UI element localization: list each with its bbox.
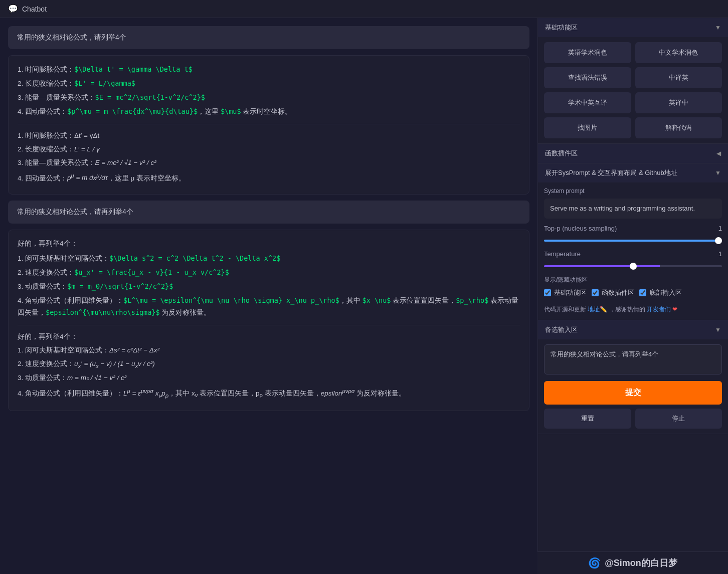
latex-r2-4: $L^\mu = \epsilon^{\mu \nu \rho \sigma} … xyxy=(123,296,339,304)
show-hide-label: 显示/隐藏功能区 xyxy=(544,276,722,284)
ai-r2-l1: 1. 闵可夫斯基时空间隔公式：$\Delta s^2 = c^2 \Delta … xyxy=(18,253,520,265)
submit-button[interactable]: 提交 xyxy=(544,381,722,405)
basic-btn-grid: 英语学术润色 中文学术润色 查找语法错误 中译英 学术中英互译 英译中 找图片 … xyxy=(544,42,722,138)
checkbox-group: 基础功能区 函数插件区 底部输入区 xyxy=(544,288,722,297)
link-area: 代码开源和更新 地址✏️ ，感谢热情的 开发者们 ❤ xyxy=(544,301,722,315)
btn-en-academic[interactable]: 英语学术润色 xyxy=(544,42,631,63)
rendered-4: 4. 四动量公式：pμ = m dxμ/dτ，这里 μ 表示时空坐标。 xyxy=(18,171,520,184)
checkbox-plugin-input[interactable] xyxy=(592,289,599,296)
ai-r1-l3: 3. 能量—质量关系公式：$E = mc^2/\sqrt{1-v^2/c^2}$ xyxy=(18,92,520,104)
btn-explain-code[interactable]: 解释代码 xyxy=(635,117,722,138)
plugin-section-title: 函数插件区 xyxy=(545,149,578,158)
btn-en-to-zh[interactable]: 英译中 xyxy=(635,92,722,113)
plugin-section: 函数插件区 ◀ xyxy=(538,144,728,163)
checkbox-plugin-label: 函数插件区 xyxy=(602,288,634,297)
sysprompt-section-title: 展开SysPrompt & 交互界面布局 & Github地址 xyxy=(545,168,677,177)
btn-zh-to-en[interactable]: 中译英 xyxy=(635,67,722,88)
ai-r2-intro: 好的，再列举4个： xyxy=(18,238,520,250)
checkbox-basic[interactable]: 基础功能区 xyxy=(544,288,587,297)
ai-r1-l1: 1. 时间膨胀公式：$\Delta t' = \gamma \Delta t$ xyxy=(18,64,520,76)
basic-section: 基础功能区 ▼ 英语学术润色 中文学术润色 查找语法错误 中译英 学术中英互译 … xyxy=(538,18,728,144)
main-layout: 常用的狭义相对论公式，请列举4个 1. 时间膨胀公式：$\Delta t' = … xyxy=(0,18,728,574)
btn-grammar-check[interactable]: 查找语法错误 xyxy=(544,67,631,88)
backup-section-header[interactable]: 备选输入区 ▼ xyxy=(538,320,728,339)
latex-r2-6: $p_\rho$ xyxy=(456,296,488,304)
top-p-value: 1 xyxy=(718,225,722,232)
ai-r2-l2: 2. 速度变换公式：$u_x' = \frac{u_x - v}{1 - u_x… xyxy=(18,267,520,279)
user-message-1-text: 常用的狭义相对论公式，请列举4个 xyxy=(17,33,126,41)
ai-r2-l4: 4. 角动量公式（利用四维矢量）：$L^\mu = \epsilon^{\mu … xyxy=(18,295,520,319)
temperature-label-text: Temperature xyxy=(544,250,581,258)
plugin-section-header[interactable]: 函数插件区 ◀ xyxy=(538,144,728,163)
ai-r1-l2: 2. 长度收缩公式：$L' = L/\gamma$ xyxy=(18,78,520,90)
rendered-1: 1. 时间膨胀公式：Δt′ = γΔt xyxy=(18,130,520,142)
header: 💬 Chatbot xyxy=(0,0,728,18)
watermark: 🌀 @Simon的白日梦 xyxy=(537,551,728,574)
checkbox-bottom-label: 底部输入区 xyxy=(649,288,682,297)
rendered-r2-3: 3. 动质量公式：m = m₀ / √1 − v² / c² xyxy=(18,372,520,384)
link-prefix: 代码开源和更新 xyxy=(544,306,586,313)
rendered-3: 3. 能量—质量关系公式：E = mc² / √1 − v² / c² xyxy=(18,157,520,169)
app-title: Chatbot xyxy=(22,5,47,13)
thanks-text: ，感谢热情的 xyxy=(609,306,645,313)
checkbox-plugin[interactable]: 函数插件区 xyxy=(592,288,634,297)
basic-section-content: 英语学术润色 中文学术润色 查找语法错误 中译英 学术中英互译 英译中 找图片 … xyxy=(538,37,728,143)
stop-button[interactable]: 停止 xyxy=(635,409,722,429)
btn-zh-academic[interactable]: 中文学术润色 xyxy=(635,42,722,63)
weibo-icon: 🌀 xyxy=(588,557,601,569)
temperature-label: Temperature 1 xyxy=(544,250,722,258)
backup-section-title: 备选输入区 xyxy=(545,325,578,334)
latex-r2-5: $x \nu$ xyxy=(362,296,391,304)
rendered-math-1: 1. 时间膨胀公式：Δt′ = γΔt 2. 长度收缩公式：L′ = L / γ… xyxy=(18,124,520,184)
watermark-text: @Simon的白日梦 xyxy=(605,557,677,569)
basic-section-header[interactable]: 基础功能区 ▼ xyxy=(538,18,728,37)
ai-r2-l3: 3. 动质量公式：$m = m_0/\sqrt{1-v^2/c^2}$ xyxy=(18,281,520,293)
developers-link[interactable]: 开发者们 xyxy=(647,306,671,313)
system-prompt-label: System prompt xyxy=(544,187,722,195)
rendered-r2-1: 1. 闵可夫斯基时空间隔公式：Δs² = c²Δt² − Δx² xyxy=(18,345,520,356)
checkbox-bottom-input[interactable] xyxy=(639,289,646,296)
backup-textarea[interactable]: 常用的狭义相对论公式，请再列举4个 xyxy=(544,344,722,374)
sysprompt-section-header[interactable]: 展开SysPrompt & 交互界面布局 & Github地址 ▼ xyxy=(538,163,728,182)
temperature-slider[interactable] xyxy=(544,265,722,267)
sidebar: 基础功能区 ▼ 英语学术润色 中文学术润色 查找语法错误 中译英 学术中英互译 … xyxy=(537,18,728,574)
user-message-1: 常用的狭义相对论公式，请列举4个 xyxy=(8,26,529,49)
rendered-math-2: 好的，再列举4个： 1. 闵可夫斯基时空间隔公式：Δs² = c²Δt² − Δ… xyxy=(18,325,520,401)
checkbox-basic-input[interactable] xyxy=(544,289,551,296)
latex-4: $p^\mu = m \frac{dx^\mu}{d\tau}$ xyxy=(67,107,198,115)
btn-find-image[interactable]: 找图片 xyxy=(544,117,631,138)
basic-chevron-icon: ▼ xyxy=(715,24,721,31)
latex-1: $\Delta t' = \gamma \Delta t$ xyxy=(74,65,193,73)
rendered-r2-2: 2. 速度变换公式：ux′ = (ux − v) / (1 − uxv / c²… xyxy=(18,358,520,371)
latex-r2-3: $m = m_0/\sqrt{1-v^2/c^2}$ xyxy=(67,282,173,290)
latex-3: $E = mc^2/\sqrt{1-v^2/c^2}$ xyxy=(95,93,205,101)
backup-section: 备选输入区 ▼ 常用的狭义相对论公式，请再列举4个 提交 重置 停止 xyxy=(538,320,728,434)
temperature-container: Temperature 1 xyxy=(544,250,722,269)
ai-response-2: 好的，再列举4个： 1. 闵可夫斯基时空间隔公式：$\Delta s^2 = c… xyxy=(8,230,529,411)
ai-response-1: 1. 时间膨胀公式：$\Delta t' = \gamma \Delta t$ … xyxy=(8,55,529,195)
rendered-r2-4: 4. 角动量公式（利用四维矢量）：Lμ = εμνρσ xνpρ，其中 xν 表… xyxy=(18,386,520,400)
sysprompt-chevron-icon: ▼ xyxy=(715,169,721,176)
temperature-value: 1 xyxy=(718,250,722,258)
latex-r2-2: $u_x' = \frac{u_x - v}{1 - u_x v/c^2}$ xyxy=(74,268,229,276)
plugin-chevron-icon: ◀ xyxy=(716,150,721,157)
btn-academic-mutual[interactable]: 学术中英互译 xyxy=(544,92,631,113)
top-p-slider[interactable] xyxy=(544,240,722,242)
chat-area: 常用的狭义相对论公式，请列举4个 1. 时间膨胀公式：$\Delta t' = … xyxy=(0,18,537,574)
checkbox-basic-label: 基础功能区 xyxy=(554,288,587,297)
top-p-label-text: Top-p (nucleus sampling) xyxy=(544,225,617,232)
latex-r2-7: $epsilon^{\mu\nu\rho\sigma}$ xyxy=(46,308,160,316)
basic-section-title: 基础功能区 xyxy=(545,23,578,32)
checkbox-bottom[interactable]: 底部输入区 xyxy=(639,288,682,297)
system-prompt-box: Serve me as a writing and programming as… xyxy=(544,199,722,219)
backup-chevron-icon: ▼ xyxy=(715,326,721,333)
rendered-r2-intro: 好的，再列举4个： xyxy=(18,331,520,343)
github-link[interactable]: 地址 xyxy=(588,306,600,313)
top-p-container: Top-p (nucleus sampling) 1 xyxy=(544,225,722,243)
chat-icon: 💬 xyxy=(8,4,18,14)
top-p-label: Top-p (nucleus sampling) 1 xyxy=(544,225,722,232)
user-message-2: 常用的狭义相对论公式，请再列举4个 xyxy=(8,201,529,224)
ai-r1-l4: 4. 四动量公式：$p^\mu = m \frac{dx^\mu}{d\tau}… xyxy=(18,106,520,118)
bottom-btns: 重置 停止 xyxy=(544,409,722,429)
reset-button[interactable]: 重置 xyxy=(544,409,631,429)
